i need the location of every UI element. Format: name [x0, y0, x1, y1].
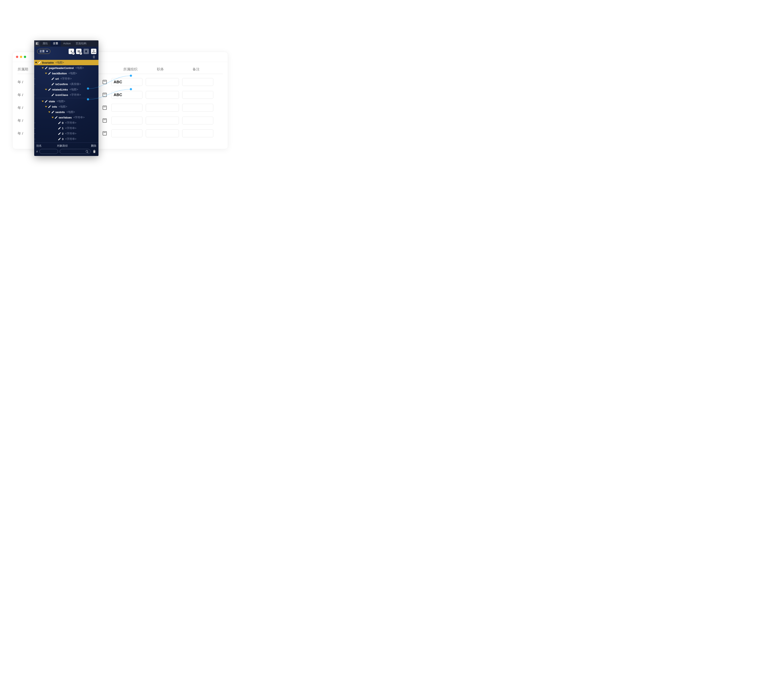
hash-symbol: # — [36, 150, 38, 153]
add-dollar-var-button[interactable]: $ + — [69, 49, 74, 54]
edit-icon — [51, 110, 55, 114]
org-input[interactable] — [111, 104, 143, 112]
object-path-input[interactable] — [60, 149, 91, 154]
disabled-copy-button — [83, 49, 89, 54]
org-input[interactable]: ABC — [111, 91, 143, 99]
chevron-down-icon — [46, 51, 48, 52]
maximize-dot[interactable] — [24, 56, 26, 58]
edit-icon — [58, 126, 61, 130]
collapse-panel-button[interactable] — [34, 40, 40, 46]
job-input[interactable] — [146, 129, 179, 137]
plus-icon: + — [72, 52, 75, 55]
calendar-icon[interactable] — [103, 106, 107, 110]
disclosure-triangle-icon[interactable] — [51, 117, 55, 118]
header-note: 备注 — [193, 67, 223, 72]
tree-node-url[interactable]: url<字符串> — [34, 76, 98, 81]
disclosure-triangle-icon[interactable] — [41, 67, 45, 69]
search-icon — [85, 150, 89, 153]
calendar-icon[interactable] — [103, 93, 107, 97]
tree-node-si[interactable]: sexInfo<地图> — [34, 109, 98, 115]
tree-node-root[interactable]: $variable<地图> — [34, 60, 98, 65]
note-input[interactable] — [182, 78, 213, 86]
calendar-icon[interactable] — [103, 131, 107, 136]
svg-rect-1 — [78, 51, 80, 52]
node-type: <字符串> — [73, 116, 85, 119]
trash-icon-disabled — [92, 55, 96, 59]
node-name: 3 — [62, 137, 63, 141]
alias-input[interactable] — [39, 149, 58, 154]
org-input[interactable] — [111, 117, 143, 124]
minimize-dot[interactable] — [20, 56, 22, 58]
panel-tabs: 属性 变量 Action 页面结构 — [34, 40, 98, 46]
tab-page-struct[interactable]: 页面结构 — [73, 40, 89, 46]
node-name: 2 — [62, 132, 63, 135]
tree-node-v1[interactable]: 1<字符串> — [34, 126, 98, 131]
note-input[interactable] — [182, 104, 213, 112]
job-input[interactable] — [146, 117, 179, 124]
node-type: <地图> — [59, 105, 67, 109]
node-type: <地图> — [69, 71, 77, 75]
footer-label-delete: 删除 — [88, 144, 96, 147]
disclosure-triangle-icon[interactable] — [44, 106, 48, 108]
node-type: <字符串> — [65, 132, 76, 136]
pill-label: 变量 — [39, 50, 45, 53]
disclosure-triangle-icon[interactable] — [48, 111, 51, 113]
header-org: 所属组织 — [123, 67, 154, 72]
tree-node-isc[interactable]: isConfirm<真假值> — [34, 81, 98, 87]
calendar-icon[interactable] — [103, 80, 107, 84]
note-input[interactable] — [182, 129, 213, 137]
binding-source-dot — [87, 98, 89, 100]
period-label: 年 / — [18, 118, 32, 123]
node-type: <字符串> — [65, 126, 76, 130]
footer-label-path: 对象路径 — [57, 144, 88, 147]
node-type: <字符串> — [61, 77, 72, 81]
note-input[interactable] — [182, 117, 213, 124]
binding-target-dot — [130, 75, 132, 77]
tree-node-v3[interactable]: 3<字符串> — [34, 136, 98, 142]
node-name: 0 — [62, 121, 63, 124]
tree-node-rl[interactable]: relatedLinks<地图> — [34, 87, 98, 92]
disclosure-triangle-icon[interactable] — [34, 62, 38, 63]
disclosure-triangle-icon[interactable] — [44, 89, 48, 90]
node-name: sexInfo — [55, 111, 65, 114]
job-input[interactable] — [146, 104, 179, 112]
tree-node-v2[interactable]: 2<字符串> — [34, 131, 98, 136]
note-input[interactable] — [182, 91, 213, 99]
tree-node-bb[interactable]: backButton<地图> — [34, 71, 98, 76]
node-type: <字符串> — [70, 93, 81, 97]
edit-icon — [51, 83, 55, 86]
tree-node-v0[interactable]: 0<字符串> — [34, 120, 98, 126]
period-label: 年 / — [18, 131, 32, 136]
disclosure-triangle-icon[interactable] — [41, 101, 45, 102]
tree-node-info[interactable]: info<地图> — [34, 104, 98, 109]
node-name: pageHeaderControl — [49, 66, 74, 70]
binding-target-dot — [130, 88, 132, 90]
job-input[interactable] — [146, 78, 179, 86]
binding-source-dot — [87, 88, 89, 89]
node-type: <地图> — [66, 110, 75, 114]
tree-node-phc[interactable]: pageHeaderControl<地图> — [34, 65, 98, 71]
edit-icon — [48, 88, 51, 91]
add-row-button[interactable]: + — [76, 49, 81, 54]
close-dot[interactable] — [16, 56, 18, 58]
tab-props[interactable]: 属性 — [40, 40, 50, 46]
json-button[interactable]: {} JSON — [91, 49, 96, 54]
edit-icon — [48, 105, 51, 108]
tab-action[interactable]: Action — [61, 40, 73, 46]
period-label: 年 / — [18, 93, 32, 97]
node-name: relatedLinks — [52, 88, 68, 91]
org-input[interactable]: ABC — [111, 78, 143, 86]
tab-vars[interactable]: 变量 — [50, 40, 61, 46]
disclosure-triangle-icon[interactable] — [44, 73, 48, 74]
tree-node-ic[interactable]: iconClass<字符串> — [34, 92, 98, 98]
tree-node-sv[interactable]: sexValues<字符串> — [34, 115, 98, 120]
calendar-icon[interactable] — [103, 118, 107, 123]
delete-button[interactable] — [92, 149, 96, 154]
org-input[interactable] — [111, 129, 143, 137]
period-label: 年 / — [18, 80, 32, 84]
job-input[interactable] — [146, 91, 179, 99]
variable-scope-pill[interactable]: 变量 — [37, 49, 50, 54]
header-period: 所属期 — [18, 67, 36, 72]
node-name: url — [55, 77, 59, 80]
node-name: 1 — [62, 127, 63, 130]
